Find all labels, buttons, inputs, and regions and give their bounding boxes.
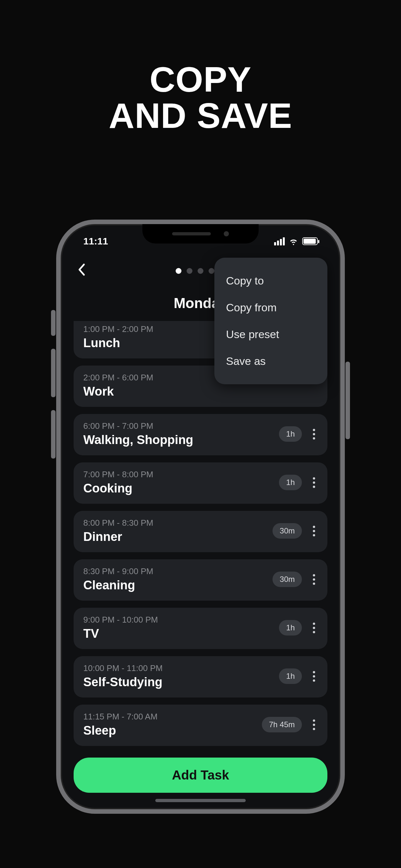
menu-item[interactable]: Copy from — [214, 294, 328, 321]
task-card[interactable]: 10:00 PM - 11:00 PMSelf-Studying1h — [73, 656, 328, 698]
task-info: 11:15 PM - 7:00 AMSleep — [83, 712, 262, 738]
task-card[interactable]: 7:00 PM - 8:00 PMCooking1h — [73, 462, 328, 504]
more-options-icon[interactable] — [310, 426, 318, 442]
task-card[interactable]: 8:00 PM - 8:30 PMDinner30m — [73, 511, 328, 552]
task-card[interactable]: 11:15 PM - 7:00 AMSleep7h 45m — [73, 705, 328, 746]
task-list[interactable]: 1:00 PM - 2:00 PMLunch2:00 PM - 6:00 PMW… — [73, 321, 328, 746]
task-title: Walking, Shopping — [83, 433, 279, 447]
battery-icon — [302, 237, 318, 245]
cellular-signal-icon — [274, 237, 285, 245]
back-button[interactable] — [73, 263, 89, 279]
duration-pill: 1h — [279, 426, 302, 442]
status-time: 11:11 — [83, 236, 108, 247]
task-title: Work — [83, 384, 318, 399]
side-button-icon — [345, 362, 350, 439]
page-dot[interactable] — [176, 268, 181, 274]
wifi-icon — [289, 237, 298, 246]
task-info: 10:00 PM - 11:00 PMSelf-Studying — [83, 663, 279, 689]
home-indicator-icon[interactable] — [155, 799, 246, 802]
task-time: 8:00 PM - 8:30 PM — [83, 518, 273, 528]
task-title: Self-Studying — [83, 675, 279, 689]
headline-line-2: AND SAVE — [0, 97, 401, 134]
task-time: 9:00 PM - 10:00 PM — [83, 615, 279, 625]
more-options-icon[interactable] — [310, 475, 318, 491]
task-info: 8:30 PM - 9:00 PMCleaning — [83, 566, 273, 592]
more-options-icon[interactable] — [310, 571, 318, 587]
phone-notch — [143, 224, 258, 244]
task-card[interactable]: 9:00 PM - 10:00 PMTV1h — [73, 608, 328, 649]
page-dot[interactable] — [187, 268, 192, 274]
more-options-icon[interactable] — [310, 523, 318, 539]
speaker-icon — [172, 232, 211, 236]
task-time: 11:15 PM - 7:00 AM — [83, 712, 262, 722]
task-title: Cleaning — [83, 578, 273, 592]
task-title: TV — [83, 627, 279, 641]
task-info: 8:00 PM - 8:30 PMDinner — [83, 518, 273, 544]
menu-item[interactable]: Copy to — [214, 268, 328, 294]
task-title: Dinner — [83, 530, 273, 544]
side-button-icon — [51, 310, 56, 336]
task-info: 9:00 PM - 10:00 PMTV — [83, 615, 279, 641]
more-options-icon[interactable] — [310, 717, 318, 733]
task-info: 6:00 PM - 7:00 PMWalking, Shopping — [83, 421, 279, 447]
headline-line-1: COPY — [0, 61, 401, 97]
task-card[interactable]: 6:00 PM - 7:00 PMWalking, Shopping1h — [73, 414, 328, 455]
page-dot[interactable] — [197, 268, 204, 274]
task-card[interactable]: 8:30 PM - 9:00 PMCleaning30m — [73, 559, 328, 600]
chevron-left-icon — [77, 263, 85, 276]
menu-item[interactable]: Save as — [214, 348, 328, 375]
side-button-icon — [51, 349, 56, 397]
camera-icon — [224, 231, 229, 237]
task-time: 8:30 PM - 9:00 PM — [83, 566, 273, 577]
more-options-icon[interactable] — [310, 620, 318, 636]
duration-pill: 1h — [279, 620, 302, 636]
duration-pill: 30m — [273, 523, 302, 538]
side-button-icon — [51, 410, 56, 459]
marketing-headline: COPY AND SAVE — [0, 61, 401, 134]
page-dot[interactable] — [209, 268, 214, 274]
task-title: Cooking — [83, 482, 279, 495]
more-options-icon[interactable] — [310, 669, 318, 684]
task-time: 6:00 PM - 7:00 PM — [83, 421, 279, 431]
phone-frame: 11:11 Monday 1:00 PM - 2:00 PMLunch2:00 … — [56, 220, 345, 814]
task-info: 7:00 PM - 8:00 PMCooking — [83, 469, 279, 495]
task-time: 10:00 PM - 11:00 PM — [83, 663, 279, 673]
duration-pill: 7h 45m — [262, 717, 302, 733]
task-title: Sleep — [83, 724, 262, 738]
duration-pill: 1h — [279, 475, 302, 490]
add-task-button[interactable]: Add Task — [73, 757, 328, 793]
menu-item[interactable]: Use preset — [214, 321, 328, 348]
task-time: 7:00 PM - 8:00 PM — [83, 469, 279, 479]
context-menu[interactable]: Copy toCopy fromUse presetSave as — [214, 258, 328, 384]
duration-pill: 30m — [273, 571, 302, 587]
duration-pill: 1h — [279, 669, 302, 684]
